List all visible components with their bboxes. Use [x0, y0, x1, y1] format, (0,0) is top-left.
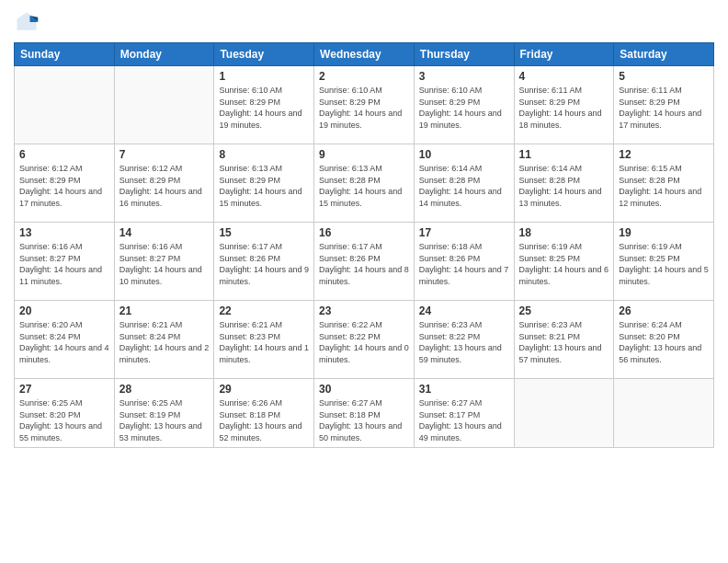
calendar-cell: 16Sunrise: 6:17 AMSunset: 8:26 PMDayligh…	[314, 223, 415, 301]
calendar-cell: 30Sunrise: 6:27 AMSunset: 8:18 PMDayligh…	[314, 379, 415, 448]
day-number: 15	[219, 226, 309, 239]
calendar-cell	[514, 379, 614, 448]
day-number: 3	[419, 70, 509, 83]
calendar-cell: 26Sunrise: 6:24 AMSunset: 8:20 PMDayligh…	[614, 301, 714, 379]
header	[14, 9, 714, 35]
day-info: Sunrise: 6:11 AMSunset: 8:29 PMDaylight:…	[519, 85, 609, 131]
day-info: Sunrise: 6:16 AMSunset: 8:27 PMDaylight:…	[119, 241, 210, 287]
calendar-cell: 27Sunrise: 6:25 AMSunset: 8:20 PMDayligh…	[15, 379, 115, 448]
weekday-header-row: SundayMondayTuesdayWednesdayThursdayFrid…	[15, 43, 714, 66]
day-number: 6	[19, 148, 109, 161]
day-number: 10	[419, 148, 509, 161]
day-info: Sunrise: 6:14 AMSunset: 8:28 PMDaylight:…	[419, 163, 509, 209]
calendar-cell: 23Sunrise: 6:22 AMSunset: 8:22 PMDayligh…	[314, 301, 415, 379]
day-number: 12	[619, 148, 709, 161]
day-info: Sunrise: 6:12 AMSunset: 8:29 PMDaylight:…	[19, 163, 109, 209]
day-number: 27	[19, 383, 109, 396]
calendar-cell: 25Sunrise: 6:23 AMSunset: 8:21 PMDayligh…	[514, 301, 614, 379]
day-number: 9	[319, 148, 409, 161]
calendar-cell: 28Sunrise: 6:25 AMSunset: 8:19 PMDayligh…	[114, 379, 214, 448]
logo-icon	[14, 9, 40, 35]
calendar-cell	[614, 379, 714, 448]
calendar-cell: 14Sunrise: 6:16 AMSunset: 8:27 PMDayligh…	[114, 223, 214, 301]
day-info: Sunrise: 6:12 AMSunset: 8:29 PMDaylight:…	[119, 163, 210, 209]
day-info: Sunrise: 6:21 AMSunset: 8:24 PMDaylight:…	[119, 319, 210, 365]
day-number: 20	[19, 304, 109, 317]
day-number: 24	[419, 304, 509, 317]
calendar-week-4: 20Sunrise: 6:20 AMSunset: 8:24 PMDayligh…	[15, 301, 714, 379]
day-info: Sunrise: 6:27 AMSunset: 8:17 PMDaylight:…	[419, 397, 509, 443]
day-info: Sunrise: 6:13 AMSunset: 8:28 PMDaylight:…	[319, 163, 409, 209]
calendar-cell: 15Sunrise: 6:17 AMSunset: 8:26 PMDayligh…	[214, 223, 314, 301]
day-number: 8	[219, 148, 309, 161]
day-number: 22	[219, 304, 309, 317]
day-info: Sunrise: 6:27 AMSunset: 8:18 PMDaylight:…	[319, 397, 409, 443]
calendar-cell	[15, 66, 115, 144]
day-number: 30	[319, 383, 409, 396]
weekday-header-sunday: Sunday	[15, 43, 115, 66]
calendar-cell: 21Sunrise: 6:21 AMSunset: 8:24 PMDayligh…	[114, 301, 214, 379]
day-info: Sunrise: 6:16 AMSunset: 8:27 PMDaylight:…	[19, 241, 109, 287]
calendar-cell: 18Sunrise: 6:19 AMSunset: 8:25 PMDayligh…	[514, 223, 614, 301]
calendar-cell: 10Sunrise: 6:14 AMSunset: 8:28 PMDayligh…	[414, 144, 514, 223]
day-info: Sunrise: 6:15 AMSunset: 8:28 PMDaylight:…	[619, 163, 709, 209]
day-number: 31	[419, 383, 509, 396]
day-number: 5	[619, 70, 709, 83]
calendar-week-1: 1Sunrise: 6:10 AMSunset: 8:29 PMDaylight…	[15, 66, 714, 144]
day-info: Sunrise: 6:20 AMSunset: 8:24 PMDaylight:…	[19, 319, 109, 365]
day-number: 23	[319, 304, 409, 317]
day-info: Sunrise: 6:24 AMSunset: 8:20 PMDaylight:…	[619, 319, 709, 365]
day-info: Sunrise: 6:18 AMSunset: 8:26 PMDaylight:…	[419, 241, 509, 287]
calendar-cell: 17Sunrise: 6:18 AMSunset: 8:26 PMDayligh…	[414, 223, 514, 301]
calendar-cell: 9Sunrise: 6:13 AMSunset: 8:28 PMDaylight…	[314, 144, 415, 223]
weekday-header-saturday: Saturday	[614, 43, 714, 66]
day-info: Sunrise: 6:22 AMSunset: 8:22 PMDaylight:…	[319, 319, 409, 365]
calendar-cell: 11Sunrise: 6:14 AMSunset: 8:28 PMDayligh…	[514, 144, 614, 223]
calendar-cell: 19Sunrise: 6:19 AMSunset: 8:25 PMDayligh…	[614, 223, 714, 301]
calendar-cell: 29Sunrise: 6:26 AMSunset: 8:18 PMDayligh…	[214, 379, 314, 448]
day-number: 16	[319, 226, 409, 239]
calendar-cell: 7Sunrise: 6:12 AMSunset: 8:29 PMDaylight…	[114, 144, 214, 223]
calendar-cell: 4Sunrise: 6:11 AMSunset: 8:29 PMDaylight…	[514, 66, 614, 144]
day-info: Sunrise: 6:13 AMSunset: 8:29 PMDaylight:…	[219, 163, 309, 209]
calendar-cell: 24Sunrise: 6:23 AMSunset: 8:22 PMDayligh…	[414, 301, 514, 379]
calendar-cell: 12Sunrise: 6:15 AMSunset: 8:28 PMDayligh…	[614, 144, 714, 223]
logo	[14, 9, 43, 35]
calendar-cell: 2Sunrise: 6:10 AMSunset: 8:29 PMDaylight…	[314, 66, 415, 144]
calendar-cell: 6Sunrise: 6:12 AMSunset: 8:29 PMDaylight…	[15, 144, 115, 223]
calendar-cell	[114, 66, 214, 144]
day-info: Sunrise: 6:21 AMSunset: 8:23 PMDaylight:…	[219, 319, 309, 365]
day-info: Sunrise: 6:25 AMSunset: 8:19 PMDaylight:…	[119, 397, 210, 443]
calendar-cell: 1Sunrise: 6:10 AMSunset: 8:29 PMDaylight…	[214, 66, 314, 144]
day-number: 4	[519, 70, 609, 83]
weekday-header-thursday: Thursday	[414, 43, 514, 66]
calendar-cell: 3Sunrise: 6:10 AMSunset: 8:29 PMDaylight…	[414, 66, 514, 144]
day-number: 7	[119, 148, 210, 161]
calendar-cell: 13Sunrise: 6:16 AMSunset: 8:27 PMDayligh…	[15, 223, 115, 301]
day-info: Sunrise: 6:10 AMSunset: 8:29 PMDaylight:…	[419, 85, 509, 131]
calendar-week-3: 13Sunrise: 6:16 AMSunset: 8:27 PMDayligh…	[15, 223, 714, 301]
weekday-header-tuesday: Tuesday	[214, 43, 314, 66]
day-number: 25	[519, 304, 609, 317]
weekday-header-wednesday: Wednesday	[314, 43, 415, 66]
day-info: Sunrise: 6:23 AMSunset: 8:21 PMDaylight:…	[519, 319, 609, 365]
calendar-week-5: 27Sunrise: 6:25 AMSunset: 8:20 PMDayligh…	[15, 379, 714, 448]
day-number: 17	[419, 226, 509, 239]
day-info: Sunrise: 6:17 AMSunset: 8:26 PMDaylight:…	[319, 241, 409, 287]
day-number: 11	[519, 148, 609, 161]
day-info: Sunrise: 6:10 AMSunset: 8:29 PMDaylight:…	[319, 85, 409, 131]
day-number: 19	[619, 226, 709, 239]
day-info: Sunrise: 6:19 AMSunset: 8:25 PMDaylight:…	[619, 241, 709, 287]
calendar-cell: 31Sunrise: 6:27 AMSunset: 8:17 PMDayligh…	[414, 379, 514, 448]
day-number: 26	[619, 304, 709, 317]
calendar-cell: 20Sunrise: 6:20 AMSunset: 8:24 PMDayligh…	[15, 301, 115, 379]
weekday-header-monday: Monday	[114, 43, 214, 66]
day-number: 29	[219, 383, 309, 396]
day-number: 2	[319, 70, 409, 83]
calendar-cell: 8Sunrise: 6:13 AMSunset: 8:29 PMDaylight…	[214, 144, 314, 223]
day-info: Sunrise: 6:17 AMSunset: 8:26 PMDaylight:…	[219, 241, 309, 287]
page: SundayMondayTuesdayWednesdayThursdayFrid…	[0, 0, 728, 563]
day-info: Sunrise: 6:23 AMSunset: 8:22 PMDaylight:…	[419, 319, 509, 365]
day-info: Sunrise: 6:10 AMSunset: 8:29 PMDaylight:…	[219, 85, 309, 131]
day-number: 1	[219, 70, 309, 83]
